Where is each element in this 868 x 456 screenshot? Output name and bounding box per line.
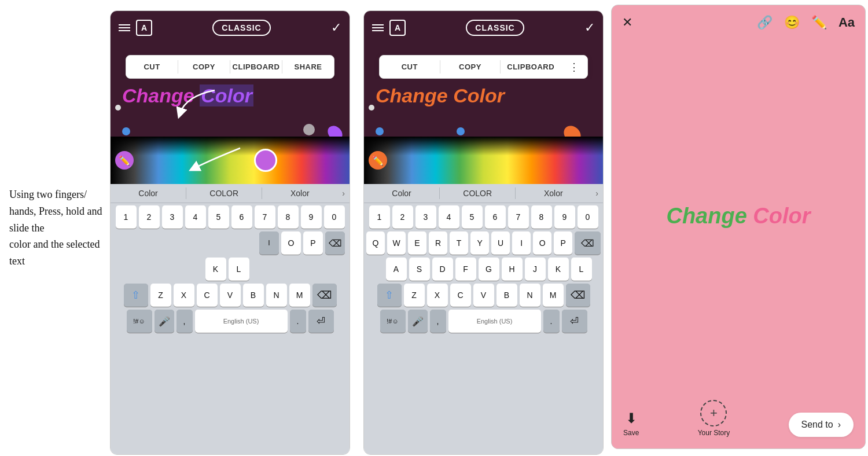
key-6[interactable]: 6 [231,205,252,229]
check-icon-2[interactable]: ✓ [584,20,595,35]
key-b[interactable]: B [243,284,264,307]
suggestion-arrow[interactable]: › [337,189,350,198]
key-n[interactable]: N [266,284,287,307]
key2-period[interactable]: . [543,310,560,333]
key2-z[interactable]: Z [404,284,425,307]
classic-button[interactable]: CLASSIC [212,20,270,36]
key-period[interactable]: . [290,310,306,333]
key2-j[interactable]: J [525,258,546,281]
key2-v[interactable]: V [473,284,494,307]
key2-n[interactable]: N [520,284,540,307]
eyedropper-button-phone1[interactable]: ✏️ [115,151,134,170]
key-backspace[interactable]: ⌫ [312,284,337,307]
key2-y[interactable]: Y [470,231,489,255]
key2-d[interactable]: D [432,258,453,281]
key2-shift[interactable]: ⇧ [377,284,402,307]
key-mic[interactable]: 🎤 [155,310,174,333]
key2-comma[interactable]: , [430,310,446,333]
clipboard-button[interactable]: CLIPBOARD [230,60,282,73]
key-c[interactable]: C [197,284,218,307]
key-3[interactable]: 3 [162,205,183,229]
key2-i[interactable]: I [512,231,531,255]
key-123[interactable]: !#☺ [127,310,152,333]
key-shift[interactable]: ⇧ [124,284,148,307]
key2-f[interactable]: F [455,258,476,281]
key2-t[interactable]: T [450,231,468,255]
cut-button-2[interactable]: CUT [380,60,440,73]
cut-button[interactable]: CUT [126,60,178,73]
key2-p[interactable]: P [554,231,572,255]
key-comma[interactable]: , [176,310,193,333]
more-options-button[interactable]: ⋮ [561,61,587,73]
color-picker-phone2[interactable]: ✏️ [364,137,603,184]
sticker-icon[interactable]: 😊 [784,15,800,30]
clipboard-button-2[interactable]: CLIPBOARD [500,60,561,73]
key2-s[interactable]: S [409,258,430,281]
draw-icon[interactable]: ✏️ [811,15,827,30]
key2-h[interactable]: H [502,258,523,281]
key-5[interactable]: 5 [208,205,229,229]
key2-x[interactable]: X [427,284,448,307]
key2-l[interactable]: L [571,258,592,281]
key-7[interactable]: 7 [255,205,275,229]
key2-m[interactable]: M [543,284,564,307]
key2-q[interactable]: Q [366,231,385,255]
copy-button[interactable]: COPY [178,60,230,73]
key-8[interactable]: 8 [278,205,299,229]
hamburger-menu-icon[interactable] [119,24,130,31]
classic-button-2[interactable]: CLASSIC [466,20,524,36]
link-icon[interactable]: 🔗 [757,15,773,30]
key-x[interactable]: X [174,284,194,307]
keyboard-phone1[interactable]: 1 2 3 4 5 6 7 8 9 0 I O P ⌫ [111,203,350,454]
key-p-partial[interactable]: P [303,231,323,255]
key-i-partial[interactable]: I [259,231,279,255]
key2-c[interactable]: C [450,284,471,307]
color-picker-phone1[interactable]: ✏️ [111,137,350,184]
key-4[interactable]: 4 [185,205,206,229]
color-circle-phone1[interactable] [254,149,277,172]
share-button[interactable]: SHARE [282,60,334,73]
suggestion-xolor-2[interactable]: Xolor [515,187,591,199]
check-icon[interactable]: ✓ [331,20,341,35]
key2-3[interactable]: 3 [415,205,436,229]
key2-enter[interactable]: ⏎ [562,310,587,333]
key-9[interactable]: 9 [301,205,322,229]
key2-8[interactable]: 8 [531,205,552,229]
suggestion-arrow-2[interactable]: › [591,189,603,198]
keyboard-phone2[interactable]: 1 2 3 4 5 6 7 8 9 0 Q W E R T [364,203,603,454]
key2-4[interactable]: 4 [439,205,459,229]
key2-9[interactable]: 9 [554,205,575,229]
key-z[interactable]: Z [150,284,171,307]
suggestion-COLOR[interactable]: COLOR [186,187,262,199]
font-a-button[interactable]: A [136,20,152,36]
key2-0[interactable]: 0 [578,205,598,229]
key-v[interactable]: V [220,284,241,307]
key2-space[interactable]: English (US) [448,310,541,333]
send-to-button[interactable]: Send to › [789,413,854,437]
your-story-button[interactable]: + Your Story [698,400,730,437]
key2-2[interactable]: 2 [392,205,413,229]
key2-g[interactable]: G [479,258,499,281]
key-delete-partial[interactable]: ⌫ [325,231,345,255]
key-enter[interactable]: ⏎ [308,310,334,333]
suggestion-xolor[interactable]: Xolor [262,187,337,199]
key2-e[interactable]: E [408,231,426,255]
key2-6[interactable]: 6 [485,205,506,229]
suggestion-COLOR-2[interactable]: COLOR [439,187,515,199]
key2-mic[interactable]: 🎤 [408,310,428,333]
key2-del[interactable]: ⌫ [575,231,601,255]
hamburger-menu-icon-2[interactable] [372,24,384,31]
key2-backspace[interactable]: ⌫ [566,284,590,307]
key2-1[interactable]: 1 [369,205,390,229]
key2-w[interactable]: W [387,231,406,255]
suggestion-color[interactable]: Color [111,187,186,199]
key2-a[interactable]: A [386,258,407,281]
key-o-partial[interactable]: O [281,231,301,255]
key2-123[interactable]: !#☺ [380,310,406,333]
close-button[interactable]: ✕ [622,15,632,30]
key2-o[interactable]: O [533,231,551,255]
key-k[interactable]: K [205,258,226,281]
eyedropper-button-phone2[interactable]: ✏️ [369,151,387,170]
key2-k[interactable]: K [548,258,569,281]
key2-r[interactable]: R [429,231,447,255]
